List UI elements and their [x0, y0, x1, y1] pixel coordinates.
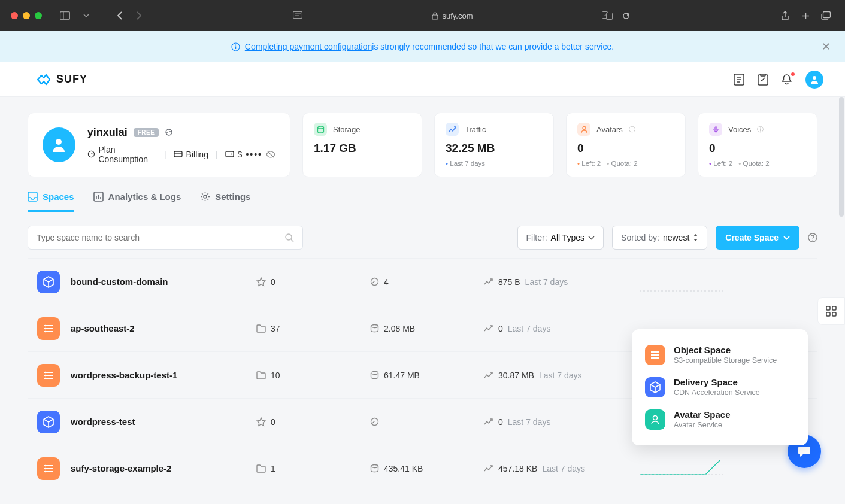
space-files: 0	[256, 277, 370, 287]
svg-point-26	[317, 126, 323, 129]
stat-traffic[interactable]: Traffic 32.25 MB Last 7 days	[434, 113, 554, 177]
space-traffic: 30.87 MB Last 7 days	[484, 371, 640, 380]
chevron-down-icon	[588, 236, 595, 240]
traffic-icon	[446, 123, 459, 136]
stat-avatars[interactable]: Avatars ⓘ 0 Left: 2 Quota: 2	[566, 113, 686, 177]
wallet-icon	[225, 150, 234, 159]
menu-item-icon	[645, 377, 665, 397]
folder-icon	[256, 464, 266, 473]
tabs: Spaces Analytics & Logs Settings	[28, 192, 817, 212]
space-traffic: 0 Last 7 days	[484, 417, 640, 427]
new-tab-icon[interactable]	[797, 7, 814, 24]
maximize-window[interactable]	[35, 12, 42, 19]
svg-point-34	[204, 195, 207, 198]
tab-spaces[interactable]: Spaces	[28, 192, 74, 212]
trend-icon	[484, 418, 493, 426]
translate-icon[interactable]: A	[599, 7, 616, 24]
space-row[interactable]: bound-custom-domain04875 B Last 7 days	[28, 258, 817, 305]
stat-voices[interactable]: Voices ⓘ 0 Left: 2 Quota: 2	[698, 113, 817, 177]
scrollbar-thumb[interactable]	[839, 97, 844, 217]
tabs-icon[interactable]	[817, 7, 834, 24]
close-window[interactable]	[11, 12, 18, 19]
plan-consumption-link[interactable]: Plan Consumption	[87, 145, 157, 164]
trend-icon	[484, 325, 493, 332]
share-icon[interactable]	[777, 7, 793, 24]
menu-item-object-space[interactable]: Object SpaceS3-compatible Storage Servic…	[641, 339, 798, 371]
user-avatar-icon	[43, 127, 75, 162]
storage-value: 1.17 GB	[314, 142, 411, 155]
banner-text: is strongly recommended so that we can p…	[372, 42, 614, 51]
docs-icon[interactable]	[734, 74, 746, 86]
bell-icon[interactable]	[782, 74, 793, 86]
reload-icon[interactable]	[618, 7, 635, 24]
svg-rect-70	[826, 312, 830, 316]
nav-back-icon[interactable]	[111, 7, 128, 24]
space-traffic: 457.18 KB Last 7 days	[484, 464, 640, 473]
avatar-button[interactable]	[805, 71, 823, 89]
menu-item-sub: CDN Acceleration Service	[674, 388, 760, 397]
tab-settings[interactable]: Settings	[200, 192, 250, 212]
search-box[interactable]	[28, 226, 303, 250]
traffic-value: 32.25 MB	[446, 142, 543, 155]
space-size: 435.41 KB	[370, 464, 484, 473]
space-traffic: 875 B Last 7 days	[484, 277, 640, 287]
svg-point-38	[371, 278, 378, 286]
sort-updown-icon	[693, 234, 698, 241]
main-content: yinxulai FREE Plan Consumption | Billing	[0, 97, 845, 504]
space-row[interactable]: sufy-storage-example-21435.41 KB457.18 K…	[28, 445, 817, 491]
billing-link[interactable]: Billing	[174, 150, 208, 159]
svg-point-66	[651, 357, 652, 359]
apps-grid-button[interactable]	[817, 297, 845, 325]
svg-point-67	[653, 416, 658, 420]
eye-off-icon[interactable]	[266, 151, 275, 158]
sort-select[interactable]: Sorted by: newest	[612, 226, 707, 250]
gauge-icon	[370, 277, 379, 286]
refresh-icon[interactable]	[165, 128, 173, 136]
storage-icon	[314, 123, 327, 136]
svg-line-36	[291, 239, 293, 242]
nav-forward-icon[interactable]	[131, 7, 147, 24]
format-icon[interactable]	[289, 7, 306, 24]
balance-display[interactable]: $ ••••	[225, 150, 275, 159]
delivery-space-icon	[37, 271, 60, 293]
menu-item-title: Object Space	[674, 345, 777, 355]
banner-link[interactable]: Completing payment configuration	[245, 42, 372, 51]
svg-rect-0	[60, 12, 69, 20]
chart-icon	[93, 192, 104, 202]
minimize-window[interactable]	[23, 12, 30, 19]
svg-rect-68	[826, 306, 830, 310]
logo[interactable]: SUFY	[36, 73, 87, 86]
chevron-down-icon	[783, 236, 790, 240]
lock-icon	[432, 12, 438, 20]
url-bar[interactable]: sufy.com	[432, 11, 473, 20]
chevron-down-icon[interactable]	[78, 7, 95, 24]
menu-item-avatar-space[interactable]: Avatar SpaceAvatar Service	[641, 403, 798, 436]
tasks-icon[interactable]	[758, 74, 770, 86]
menu-item-delivery-space[interactable]: Delivery SpaceCDN Acceleration Service	[641, 371, 798, 403]
toolbar: Filter: All Types Sorted by: newest Crea…	[28, 226, 817, 250]
tab-analytics[interactable]: Analytics & Logs	[93, 192, 181, 212]
svg-point-11	[235, 44, 236, 45]
space-name: bound-custom-domain	[71, 277, 256, 287]
info-icon[interactable]: ⓘ	[629, 125, 635, 134]
svg-rect-69	[832, 306, 836, 310]
stat-storage[interactable]: Storage 1.17 GB	[302, 113, 422, 177]
svg-point-58	[44, 467, 46, 469]
object-space-icon	[37, 457, 60, 480]
close-icon[interactable]: ✕	[822, 40, 831, 53]
star-icon	[256, 277, 266, 287]
space-name: wordpress-backup-test-1	[71, 370, 256, 380]
space-size: 4	[370, 277, 484, 287]
sidebar-toggle-icon[interactable]	[56, 7, 73, 24]
help-icon[interactable]	[808, 233, 817, 242]
card-icon	[174, 150, 183, 159]
gauge-icon	[87, 150, 95, 159]
search-input[interactable]	[37, 233, 285, 242]
svg-rect-2	[293, 12, 302, 19]
svg-point-60	[371, 465, 378, 468]
filter-select[interactable]: Filter: All Types	[517, 226, 604, 250]
info-icon[interactable]: ⓘ	[757, 125, 764, 134]
folder-icon	[256, 371, 266, 379]
create-space-button[interactable]: Create Space	[716, 226, 799, 250]
window-controls	[11, 12, 42, 19]
